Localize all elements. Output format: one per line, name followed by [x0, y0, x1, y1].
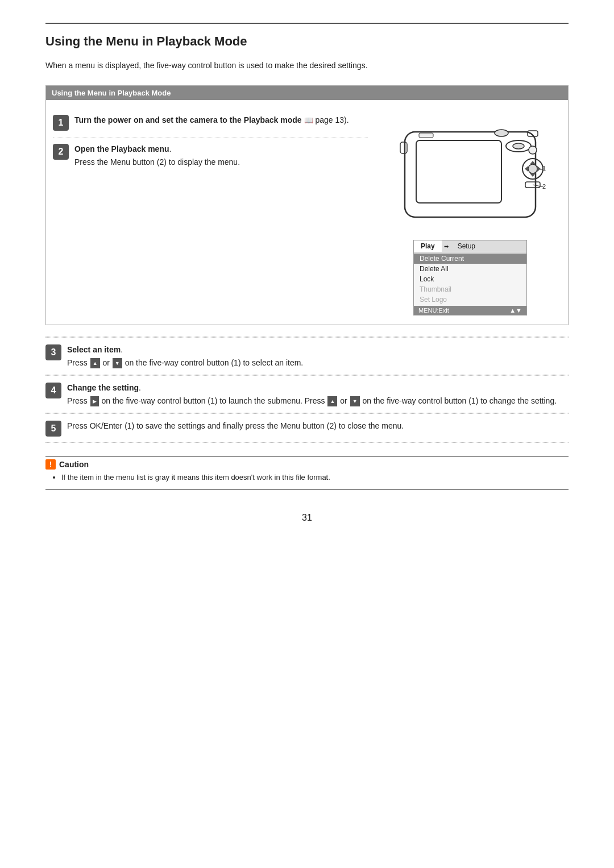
caution-body: If the item in the menu list is gray it … — [50, 472, 569, 484]
section-box: Using the Menu in Playback Mode 1 Turn t… — [45, 85, 569, 325]
camera-illustration: 1 2 — [388, 109, 553, 234]
menu-items: Delete Current Delete All Lock Thumbnail… — [414, 252, 526, 306]
step-row-5: 5 Press OK/Enter (1) to save the setting… — [45, 413, 569, 442]
step-title-suffix-2: . — [169, 144, 172, 153]
menu-footer-arrows: ▲▼ — [509, 307, 522, 314]
book-icon-1: 📖 — [304, 115, 313, 127]
caution-icon: ! — [45, 459, 56, 470]
step-badge-5: 5 — [45, 421, 61, 437]
step-badge-2: 2 — [53, 144, 69, 160]
step-title-1: Turn the power on and set the camera to … — [74, 115, 304, 124]
top-border — [45, 23, 569, 24]
menu-mockup: Play ➡ Setup Delete Current Delete All L… — [413, 240, 527, 315]
svg-marker-8 — [525, 166, 528, 172]
step-title-2: Open the Playback menu — [74, 144, 169, 153]
svg-rect-1 — [416, 140, 501, 203]
step-suffix-4: . — [139, 383, 141, 392]
svg-marker-6 — [530, 161, 536, 164]
menu-item-thumbnail[interactable]: Thumbnail — [414, 284, 526, 294]
step-title-4: Change the setting — [67, 383, 139, 392]
step-page-ref-1: page 13). — [315, 115, 349, 124]
steps-left: 1 Turn the power on and set the camera t… — [53, 109, 368, 315]
step-content-3: Select an item. Press ▲ or ▼ on the five… — [67, 343, 569, 369]
dotted-line-end — [45, 442, 569, 443]
step-content-2: Open the Playback menu. Press the Menu b… — [74, 143, 368, 168]
step-badge-3: 3 — [45, 344, 61, 360]
svg-point-17 — [529, 146, 537, 154]
svg-marker-7 — [530, 173, 536, 177]
menu-footer-exit: MENU:Exit — [418, 307, 449, 314]
svg-text:2: 2 — [542, 183, 546, 190]
caution-header: ! Caution — [45, 456, 569, 470]
step-title-3: Select an item — [67, 345, 121, 354]
intro-text: When a menu is displayed, the five-way c… — [45, 59, 569, 72]
step-body-3: Press ▲ or ▼ on the five-way control but… — [67, 356, 569, 369]
menu-tabs: Play ➡ Setup — [414, 240, 526, 252]
up-icon-2: ▲ — [327, 396, 337, 406]
step-row-3: 3 Select an item. Press ▲ or ▼ on the fi… — [45, 337, 569, 375]
up-icon: ▲ — [90, 358, 100, 368]
step-badge-4: 4 — [45, 383, 61, 398]
outer-steps: 3 Select an item. Press ▲ or ▼ on the fi… — [45, 337, 569, 443]
menu-tab-play[interactable]: Play — [414, 240, 442, 252]
menu-footer: MENU:Exit ▲▼ — [414, 306, 526, 315]
step-row-1: 1 Turn the power on and set the camera t… — [53, 109, 368, 135]
caution-label: Caution — [59, 460, 89, 469]
step-content-4: Change the setting. Press ▶ on the five-… — [67, 381, 569, 407]
steps-right: 1 2 — [379, 109, 561, 315]
step-suffix-3: . — [121, 345, 123, 354]
menu-arrow: ➡ — [442, 240, 451, 252]
step-body-5: Press OK/Enter (1) to save the settings … — [67, 420, 569, 432]
page-number: 31 — [45, 513, 569, 523]
camera-svg: 1 2 — [388, 109, 553, 234]
menu-item-set-logo[interactable]: Set Logo — [414, 294, 526, 305]
step-row-4: 4 Change the setting. Press ▶ on the fiv… — [45, 375, 569, 413]
svg-point-3 — [513, 143, 524, 149]
svg-text:1: 1 — [542, 165, 546, 172]
menu-item-lock[interactable]: Lock — [414, 274, 526, 284]
caution-item-1: If the item in the menu list is gray it … — [61, 472, 569, 484]
svg-marker-9 — [537, 166, 541, 172]
step-content-5: Press OK/Enter (1) to save the settings … — [67, 420, 569, 432]
right-icon: ▶ — [90, 396, 99, 406]
step-badge-1: 1 — [53, 115, 69, 131]
step-body-4: Press ▶ on the five-way control button (… — [67, 394, 569, 407]
down-icon: ▼ — [113, 358, 122, 368]
menu-tab-setup[interactable]: Setup — [451, 240, 482, 252]
section-box-header: Using the Menu in Playback Mode — [46, 86, 568, 100]
caution-box: ! Caution If the item in the menu list i… — [45, 456, 569, 490]
menu-item-delete-current[interactable]: Delete Current — [414, 254, 526, 264]
section-box-body: 1 Turn the power on and set the camera t… — [46, 100, 568, 325]
svg-rect-18 — [419, 133, 433, 138]
page-title: Using the Menu in Playback Mode — [45, 34, 569, 49]
svg-point-19 — [495, 130, 508, 136]
step-content-1: Turn the power on and set the camera to … — [74, 114, 368, 127]
menu-item-delete-all[interactable]: Delete All — [414, 264, 526, 274]
step-body-2: Press the Menu button (2) to display the… — [74, 156, 368, 168]
down-icon-2: ▼ — [350, 396, 360, 406]
svg-rect-15 — [400, 142, 407, 153]
step-row-2: 2 Open the Playback menu. Press the Menu… — [53, 138, 368, 173]
svg-point-5 — [528, 164, 537, 173]
